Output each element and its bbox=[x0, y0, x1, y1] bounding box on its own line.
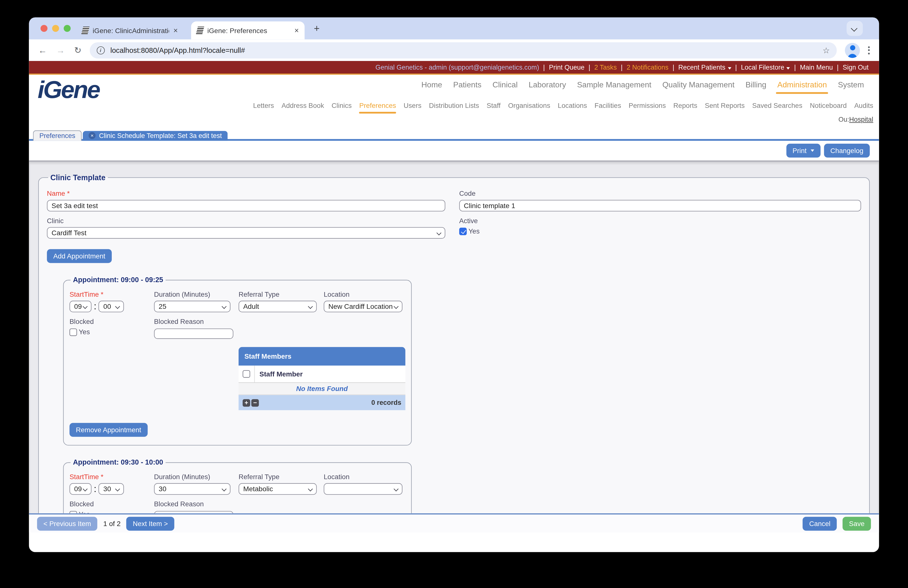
changelog-button[interactable]: Changelog bbox=[824, 144, 870, 158]
subnav-facilities[interactable]: Facilities bbox=[595, 101, 621, 110]
code-input[interactable] bbox=[459, 200, 861, 211]
item-count: 1 of 2 bbox=[103, 519, 121, 528]
blocked-reason-label: Blocked Reason bbox=[154, 500, 238, 508]
start-minute-select[interactable]: 00 bbox=[99, 301, 124, 312]
subnav-permissions[interactable]: Permissions bbox=[629, 101, 666, 110]
separator: | bbox=[794, 64, 796, 71]
subnav-address-book[interactable]: Address Book bbox=[282, 101, 324, 110]
subnav-sent-reports[interactable]: Sent Reports bbox=[705, 101, 745, 110]
browser-tab-clinicadministration[interactable]: iGene: ClinicAdministration × bbox=[76, 21, 184, 40]
add-appointment-button[interactable]: Add Appointment bbox=[47, 249, 112, 263]
print-queue-link[interactable]: Print Queue bbox=[549, 64, 584, 71]
active-label: Active bbox=[459, 217, 861, 225]
main-menu-link[interactable]: Main Menu bbox=[800, 64, 833, 71]
duration-label: Duration (Minutes) bbox=[154, 290, 238, 298]
clinic-select[interactable]: Cardiff Test bbox=[47, 227, 445, 239]
select-all-checkbox[interactable] bbox=[243, 370, 250, 378]
blocked-reason-input[interactable] bbox=[154, 511, 233, 513]
app-header: iGene Home Patients Clinical Laboratory … bbox=[29, 75, 879, 130]
referral-type-select[interactable]: Adult bbox=[238, 301, 317, 312]
blocked-yes-label: Yes bbox=[79, 328, 90, 336]
profile-avatar[interactable] bbox=[845, 42, 860, 58]
nav-patients[interactable]: Patients bbox=[453, 81, 481, 89]
subnav-noticeboard[interactable]: Noticeboard bbox=[810, 101, 847, 110]
duration-select[interactable]: 25 bbox=[154, 301, 230, 312]
referral-type-select[interactable]: Metabolic bbox=[238, 483, 317, 495]
nav-system[interactable]: System bbox=[838, 81, 864, 89]
zoom-window-button[interactable] bbox=[64, 25, 71, 32]
notifications-link[interactable]: 2 Notifications bbox=[627, 64, 669, 71]
location-select[interactable] bbox=[324, 483, 402, 495]
subnav-users[interactable]: Users bbox=[404, 101, 422, 110]
save-button[interactable]: Save bbox=[843, 516, 871, 530]
appointment-2-legend: Appointment: 09:30 - 10:00 bbox=[71, 458, 165, 466]
subnav-preferences[interactable]: Preferences bbox=[359, 101, 396, 110]
nav-administration[interactable]: Administration bbox=[778, 81, 827, 89]
nav-quality-management[interactable]: Quality Management bbox=[662, 81, 734, 89]
remove-appointment-button[interactable]: Remove Appointment bbox=[69, 423, 148, 437]
footer-bar: < Previous Item 1 of 2 Next Item > Cance… bbox=[29, 513, 879, 532]
blocked-checkbox[interactable] bbox=[69, 511, 77, 514]
staff-members-header: Staff Members bbox=[238, 347, 406, 366]
start-hour-select[interactable]: 09 bbox=[69, 483, 92, 495]
new-tab-button[interactable]: + bbox=[314, 23, 320, 35]
browser-tab-preferences[interactable]: iGene: Preferences × bbox=[191, 21, 304, 40]
active-checkbox[interactable] bbox=[459, 227, 467, 235]
duration-select[interactable]: 30 bbox=[154, 483, 230, 495]
workspace-tab-preferences[interactable]: Preferences bbox=[33, 130, 82, 141]
tab-close-icon[interactable]: × bbox=[89, 132, 95, 139]
sign-out-link[interactable]: Sign Out bbox=[843, 64, 869, 71]
close-window-button[interactable] bbox=[40, 25, 47, 32]
nav-sample-management[interactable]: Sample Management bbox=[577, 81, 651, 89]
subnav-letters[interactable]: Letters bbox=[253, 101, 274, 110]
subnav-reports[interactable]: Reports bbox=[673, 101, 697, 110]
url-text[interactable]: localhost:8080/App/App.html?locale=null# bbox=[110, 46, 823, 54]
location-select[interactable]: New Cardiff Location bbox=[324, 301, 402, 312]
separator: | bbox=[837, 64, 839, 71]
starttime-label: StartTime * bbox=[69, 290, 154, 298]
igene-favicon bbox=[196, 27, 204, 34]
back-icon[interactable]: ← bbox=[38, 45, 47, 55]
subnav-staff[interactable]: Staff bbox=[486, 101, 501, 110]
blocked-yes-label: Yes bbox=[79, 511, 90, 514]
start-minute-select[interactable]: 30 bbox=[99, 483, 124, 495]
subnav-organisations[interactable]: Organisations bbox=[508, 101, 550, 110]
forward-icon[interactable]: → bbox=[56, 45, 65, 55]
logged-in-user[interactable]: Genial Genetics - admin (support@genialg… bbox=[375, 64, 539, 71]
name-input[interactable] bbox=[47, 200, 445, 211]
browser-menu-icon[interactable] bbox=[868, 46, 870, 54]
ou-hospital-link[interactable]: Hospital bbox=[849, 116, 873, 123]
add-row-icon[interactable]: + bbox=[243, 399, 250, 407]
next-item-button[interactable]: Next Item > bbox=[126, 516, 174, 530]
tab-close-icon[interactable]: × bbox=[295, 26, 299, 35]
remove-row-icon[interactable]: − bbox=[251, 399, 259, 407]
previous-item-button[interactable]: < Previous Item bbox=[37, 516, 97, 530]
subnav-clinics[interactable]: Clinics bbox=[332, 101, 352, 110]
blocked-reason-input[interactable] bbox=[154, 329, 233, 339]
site-info-icon[interactable]: i bbox=[97, 46, 105, 54]
tasks-link[interactable]: 2 Tasks bbox=[594, 64, 617, 71]
subnav-saved-searches[interactable]: Saved Searches bbox=[752, 101, 802, 110]
reload-icon[interactable]: ↻ bbox=[74, 45, 81, 55]
blocked-checkbox[interactable] bbox=[69, 328, 77, 336]
tab-search-chevron-button[interactable] bbox=[847, 21, 863, 36]
nav-clinical[interactable]: Clinical bbox=[493, 81, 518, 89]
print-button[interactable]: Print bbox=[786, 144, 820, 158]
subnav-distribution-lists[interactable]: Distribution Lists bbox=[429, 101, 479, 110]
address-bar[interactable]: i localhost:8080/App/App.html?locale=nul… bbox=[90, 42, 837, 58]
staff-member-column-header: Staff Member bbox=[255, 370, 303, 378]
nav-laboratory[interactable]: Laboratory bbox=[529, 81, 566, 89]
workspace-tab-clinic-schedule-template[interactable]: × Clinic Schedule Template: Set 3a edit … bbox=[83, 131, 228, 141]
nav-home[interactable]: Home bbox=[422, 81, 443, 89]
tab-close-icon[interactable]: × bbox=[174, 26, 178, 35]
separator: | bbox=[735, 64, 737, 71]
minimize-window-button[interactable] bbox=[52, 25, 59, 32]
recent-patients-menu[interactable]: Recent Patients bbox=[678, 64, 731, 71]
nav-billing[interactable]: Billing bbox=[745, 81, 766, 89]
start-hour-select[interactable]: 09 bbox=[69, 301, 92, 312]
subnav-locations[interactable]: Locations bbox=[558, 101, 587, 110]
subnav-audits[interactable]: Audits bbox=[854, 101, 873, 110]
cancel-button[interactable]: Cancel bbox=[803, 516, 837, 530]
bookmark-star-icon[interactable]: ☆ bbox=[823, 45, 830, 55]
local-filestore-menu[interactable]: Local Filestore bbox=[741, 64, 790, 71]
